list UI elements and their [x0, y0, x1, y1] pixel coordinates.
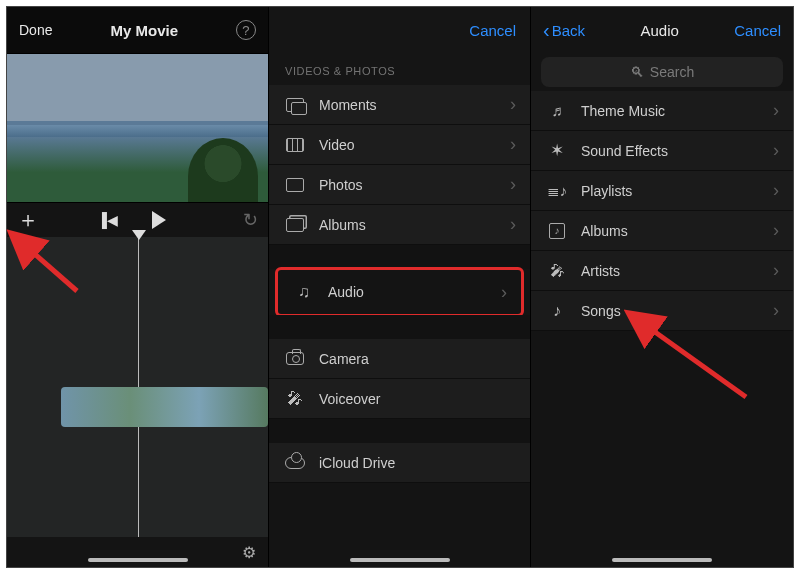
cloud-icon: [285, 455, 305, 471]
row-label: Camera: [319, 351, 369, 367]
editor-footer: ⚙: [7, 537, 268, 567]
row-label: Artists: [581, 263, 620, 279]
timeline[interactable]: [7, 237, 268, 537]
cancel-button[interactable]: Cancel: [734, 22, 781, 39]
clip-strip[interactable]: [61, 387, 268, 427]
svg-line-1: [648, 327, 746, 397]
row-label: Audio: [328, 284, 364, 300]
pane-audio-categories: ‹ Back Audio Cancel 🔍︎ Search ♬ Theme Mu…: [531, 7, 793, 567]
row-playlists[interactable]: ≣♪ Playlists ›: [531, 171, 793, 211]
picker-topbar: Cancel: [269, 7, 530, 53]
row-label: Songs: [581, 303, 621, 319]
search-icon: 🔍︎: [630, 64, 644, 80]
page-title: Audio: [640, 22, 678, 39]
chevron-right-icon: ›: [773, 300, 779, 321]
row-label: iCloud Drive: [319, 455, 395, 471]
microphone-icon: 🎤︎: [547, 263, 567, 279]
group-videos-photos: Moments › Video › Photos › Albums ›: [269, 85, 530, 245]
moments-icon: [285, 97, 305, 113]
row-albums[interactable]: Albums ›: [269, 205, 530, 245]
row-label: Photos: [319, 177, 363, 193]
playlist-icon: ≣♪: [547, 183, 567, 199]
album-icon: ♪: [547, 223, 567, 239]
group-capture: Camera 🎤︎ Voiceover: [269, 339, 530, 419]
pane-editor: Done My Movie ? ＋ ▐◀ ↺ ⚙: [7, 7, 269, 567]
back-label: Back: [552, 22, 585, 39]
music-note-icon: ♫: [294, 284, 314, 300]
section-header-videos-photos: VIDEOS & PHOTOS: [269, 53, 530, 85]
row-video[interactable]: Video ›: [269, 125, 530, 165]
row-audio[interactable]: ♫ Audio ›: [278, 272, 521, 312]
pane-media-picker: Cancel VIDEOS & PHOTOS Moments › Video ›…: [269, 7, 531, 567]
skip-to-start-icon[interactable]: ▐◀: [97, 212, 118, 228]
preview-scenery: [188, 138, 258, 202]
music-note-icon: ♪: [547, 303, 567, 319]
row-label: Moments: [319, 97, 377, 113]
three-pane-tutorial: Done My Movie ? ＋ ▐◀ ↺ ⚙: [6, 6, 794, 568]
project-title: My Movie: [110, 22, 178, 39]
audio-topbar: ‹ Back Audio Cancel: [531, 7, 793, 53]
group-gap: [269, 419, 530, 443]
row-label: Theme Music: [581, 103, 665, 119]
row-photos[interactable]: Photos ›: [269, 165, 530, 205]
search-placeholder: Search: [650, 64, 694, 80]
theme-music-icon: ♬: [547, 103, 567, 119]
row-label: Albums: [581, 223, 628, 239]
cancel-button[interactable]: Cancel: [469, 22, 516, 39]
chevron-right-icon: ›: [773, 260, 779, 281]
editor-topbar: Done My Movie ?: [7, 7, 268, 53]
chevron-right-icon: ›: [510, 94, 516, 115]
help-button[interactable]: ?: [236, 20, 256, 40]
audio-category-list: ♬ Theme Music › ✶ Sound Effects › ≣♪ Pla…: [531, 91, 793, 331]
chevron-right-icon: ›: [773, 100, 779, 121]
group-gap: [269, 315, 530, 339]
row-icloud-drive[interactable]: iCloud Drive: [269, 443, 530, 483]
add-media-button[interactable]: ＋: [17, 209, 39, 231]
row-albums[interactable]: ♪ Albums ›: [531, 211, 793, 251]
settings-gear-icon[interactable]: ⚙: [242, 543, 256, 562]
video-preview: [7, 53, 268, 203]
row-label: Albums: [319, 217, 366, 233]
play-icon[interactable]: [152, 211, 166, 229]
camera-icon: [285, 351, 305, 367]
chevron-right-icon: ›: [773, 180, 779, 201]
albums-icon: [285, 217, 305, 233]
chevron-right-icon: ›: [510, 214, 516, 235]
video-icon: [285, 137, 305, 153]
microphone-icon: 🎤︎: [285, 391, 305, 407]
photos-icon: [285, 177, 305, 193]
row-theme-music[interactable]: ♬ Theme Music ›: [531, 91, 793, 131]
chevron-right-icon: ›: [773, 140, 779, 161]
row-sound-effects[interactable]: ✶ Sound Effects ›: [531, 131, 793, 171]
chevron-right-icon: ›: [510, 174, 516, 195]
highlight-audio: ♫ Audio ›: [275, 267, 524, 317]
home-indicator: [350, 558, 450, 562]
group-gap: [269, 245, 530, 269]
row-label: Video: [319, 137, 355, 153]
search-input[interactable]: 🔍︎ Search: [541, 57, 783, 87]
chevron-right-icon: ›: [501, 282, 507, 303]
undo-icon[interactable]: ↺: [243, 209, 258, 231]
chevron-right-icon: ›: [510, 134, 516, 155]
row-voiceover[interactable]: 🎤︎ Voiceover: [269, 379, 530, 419]
home-indicator: [88, 558, 188, 562]
done-button[interactable]: Done: [19, 22, 52, 38]
row-camera[interactable]: Camera: [269, 339, 530, 379]
transport-mid: ▐◀: [97, 211, 166, 229]
row-artists[interactable]: 🎤︎ Artists ›: [531, 251, 793, 291]
chevron-left-icon: ‹: [543, 19, 550, 42]
group-icloud: iCloud Drive: [269, 443, 530, 483]
row-label: Voiceover: [319, 391, 380, 407]
sparkle-icon: ✶: [547, 143, 567, 159]
back-button[interactable]: ‹ Back: [543, 19, 585, 42]
home-indicator: [612, 558, 712, 562]
row-songs[interactable]: ♪ Songs ›: [531, 291, 793, 331]
chevron-right-icon: ›: [773, 220, 779, 241]
row-label: Sound Effects: [581, 143, 668, 159]
row-label: Playlists: [581, 183, 632, 199]
row-moments[interactable]: Moments ›: [269, 85, 530, 125]
callout-arrow-songs: [636, 319, 756, 413]
